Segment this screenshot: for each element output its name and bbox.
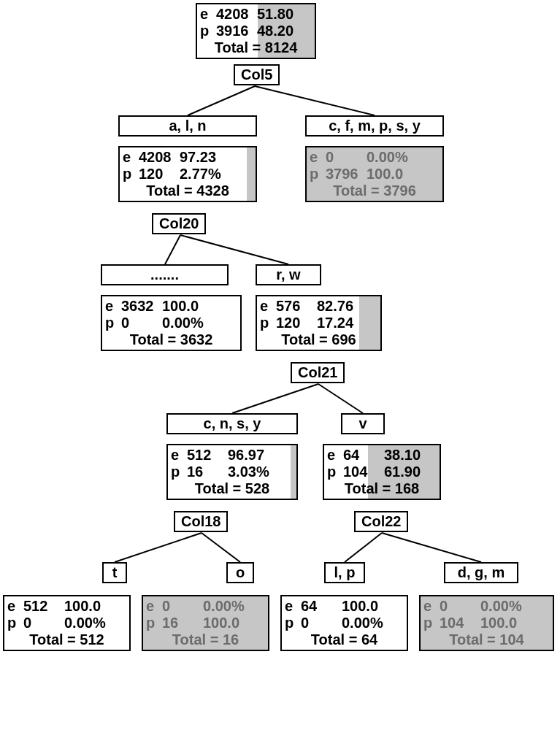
branch-lp: l, p xyxy=(324,562,365,583)
svg-line-9 xyxy=(382,533,481,562)
svg-line-5 xyxy=(318,384,363,413)
node-cnsy: e51296.97 p163.03% Total = 528 xyxy=(166,444,298,500)
node-aln: e420897.23 p1202.77% Total = 4328 xyxy=(118,146,257,202)
svg-line-1 xyxy=(255,86,375,115)
leaf-t: e512100.0 p00.00% Total = 512 xyxy=(3,595,131,651)
leaf-lp: e64100.0 p00.00% Total = 64 xyxy=(280,595,408,651)
split-col5: Col5 xyxy=(234,64,280,85)
svg-line-0 xyxy=(188,86,255,115)
node-rw: e57682.76 p12017.24 Total = 696 xyxy=(256,295,382,351)
leaf-o: e00.00% p16100.0 Total = 16 xyxy=(142,595,269,651)
branch-cfmpsy: c, f, m, p, s, y xyxy=(305,115,444,137)
svg-line-7 xyxy=(202,533,240,562)
node-dots: e3632100.0 p00.00% Total = 3632 xyxy=(101,295,242,351)
split-col22: Col22 xyxy=(354,511,408,532)
split-col21: Col21 xyxy=(291,362,345,383)
branch-t: t xyxy=(102,562,127,583)
svg-line-8 xyxy=(345,533,382,562)
node-cfmpsy: e00.00% p3796100.0 Total = 3796 xyxy=(305,146,444,202)
svg-line-3 xyxy=(180,235,288,264)
branch-v: v xyxy=(341,413,385,434)
split-col18: Col18 xyxy=(174,511,228,532)
branch-dots: ....... xyxy=(101,264,229,285)
svg-line-6 xyxy=(115,533,202,562)
svg-line-2 xyxy=(165,235,180,264)
leaf-dgm: e00.00% p104100.0 Total = 104 xyxy=(419,595,554,651)
branch-o: o xyxy=(226,562,254,583)
branch-dgm: d, g, m xyxy=(444,562,518,583)
branch-cnsy: c, n, s, y xyxy=(166,413,298,434)
node-v: e6438.10 p10461.90 Total = 168 xyxy=(323,444,441,500)
svg-line-4 xyxy=(232,384,318,413)
root-node: e420851.80 p391648.20 Total = 8124 xyxy=(196,3,316,59)
branch-rw: r, w xyxy=(256,264,321,285)
branch-aln: a, l, n xyxy=(118,115,257,137)
split-col20: Col20 xyxy=(152,213,206,234)
